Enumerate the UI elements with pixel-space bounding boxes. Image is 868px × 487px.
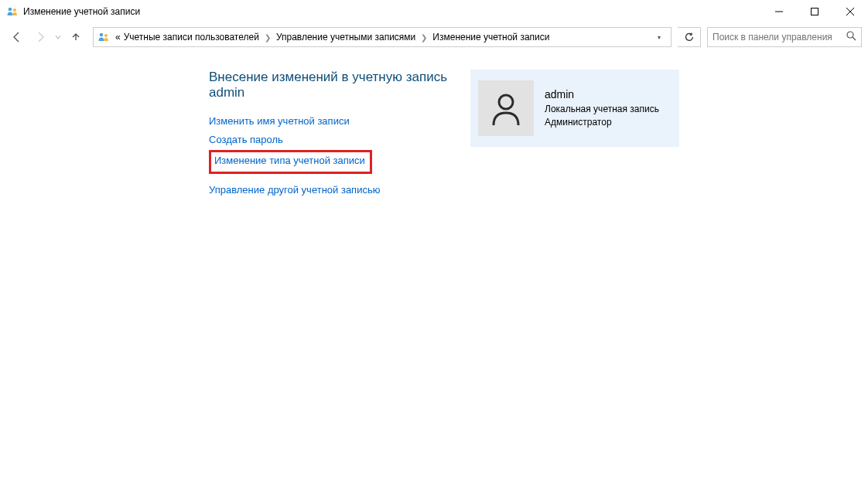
search-box[interactable]	[707, 27, 862, 47]
chevron-right-icon[interactable]: ❯	[419, 33, 429, 42]
breadcrumb-seg-3[interactable]: Изменение учетной записи	[432, 32, 549, 43]
close-button[interactable]	[832, 0, 868, 23]
back-button[interactable]	[6, 26, 28, 48]
svg-rect-3	[812, 9, 818, 15]
svg-point-0	[9, 8, 12, 12]
user-card: admin Локальная учетная запись Администр…	[470, 70, 679, 147]
navbar: « Учетные записи пользователей ❯ Управле…	[0, 23, 868, 51]
breadcrumb-lead: «	[115, 32, 121, 43]
window-title: Изменение учетной записи	[23, 6, 140, 17]
refresh-button[interactable]	[678, 27, 701, 47]
link-change-account-type[interactable]: Изменение типа учетной записи	[214, 154, 365, 168]
chevron-right-icon[interactable]: ❯	[262, 33, 273, 42]
breadcrumb-seg-1[interactable]: Учетные записи пользователей	[124, 32, 259, 43]
maximize-button[interactable]	[797, 0, 832, 23]
highlight-annotation: Изменение типа учетной записи	[209, 150, 372, 173]
user-name: admin	[545, 87, 659, 102]
search-icon[interactable]	[846, 31, 856, 43]
svg-point-7	[104, 34, 108, 37]
svg-point-10	[499, 95, 513, 109]
user-info: admin Локальная учетная запись Администр…	[545, 87, 659, 129]
svg-point-6	[100, 33, 104, 37]
link-manage-other-account[interactable]: Управление другой учетной записью	[209, 183, 464, 197]
link-create-password[interactable]: Создать пароль	[209, 133, 464, 147]
titlebar: Изменение учетной записи	[0, 0, 868, 23]
breadcrumb-seg-2[interactable]: Управление учетными записями	[276, 32, 415, 43]
forward-button[interactable]	[29, 26, 51, 48]
up-button[interactable]	[65, 26, 87, 48]
address-bar[interactable]: « Учетные записи пользователей ❯ Управле…	[93, 27, 672, 47]
link-rename-account[interactable]: Изменить имя учетной записи	[209, 114, 464, 128]
svg-point-1	[13, 9, 16, 12]
svg-point-8	[847, 32, 853, 38]
page-heading: Внесение изменений в учетную запись admi…	[209, 70, 464, 100]
app-users-icon	[6, 5, 19, 18]
svg-line-9	[853, 37, 856, 40]
window-controls	[761, 0, 868, 23]
avatar	[478, 80, 534, 136]
address-users-icon	[97, 30, 111, 44]
minimize-button[interactable]	[761, 0, 797, 23]
user-account-type: Локальная учетная запись	[545, 103, 659, 116]
user-role: Администратор	[545, 116, 659, 129]
action-links: Изменить имя учетной записи Создать паро…	[209, 114, 464, 197]
recent-dropdown-icon[interactable]	[53, 26, 63, 48]
search-input[interactable]	[713, 32, 843, 43]
address-dropdown-icon[interactable]: ▾	[651, 34, 668, 41]
left-column: Внесение изменений в учетную запись admi…	[209, 70, 464, 202]
content-area: Внесение изменений в учетную запись admi…	[0, 51, 868, 202]
